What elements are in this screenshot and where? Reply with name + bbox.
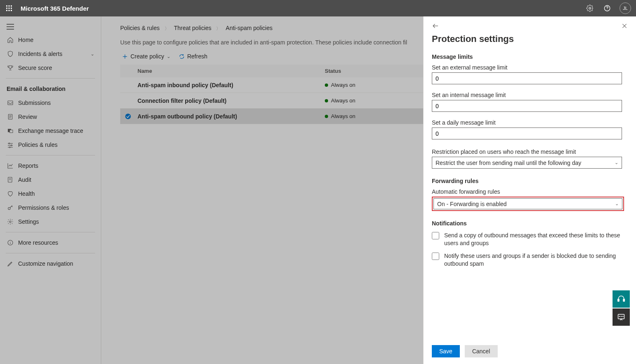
nav-permissions[interactable]: Permissions & roles (0, 201, 101, 215)
app-launcher-icon[interactable] (5, 4, 13, 12)
nav-customize[interactable]: Customize navigation (0, 257, 101, 271)
button-label: Create policy (130, 53, 164, 60)
gear-icon (7, 218, 14, 225)
chevron-down-icon: ⌄ (167, 54, 170, 59)
create-policy-button[interactable]: Create policy ⌄ (122, 53, 170, 60)
svg-point-9 (589, 7, 591, 9)
nav-review[interactable]: Review (0, 110, 101, 124)
nav-divider (6, 232, 95, 232)
svg-rect-42 (618, 299, 619, 301)
auto-forward-select[interactable]: On - Forwarding is enabled ⌄ (433, 198, 622, 209)
internal-limit-input[interactable] (432, 100, 622, 112)
trophy-icon (7, 65, 14, 71)
select-value: On - Forwarding is enabled (437, 201, 507, 207)
nav-policies[interactable]: Policies & rules (0, 138, 101, 152)
nav-exchange-trace[interactable]: Exchange message trace (0, 124, 101, 138)
svg-point-27 (9, 147, 10, 148)
app-title: Microsoft 365 Defender (21, 5, 89, 12)
plus-icon (122, 53, 128, 60)
button-label: Refresh (187, 53, 207, 60)
restriction-label: Restriction placed on users who reach th… (432, 148, 628, 155)
chevron-right-icon: 〉 (165, 26, 169, 31)
breadcrumb-item[interactable]: Threat policies (174, 25, 211, 31)
breadcrumb-item[interactable]: Policies & rules (120, 25, 160, 31)
nav-more-resources[interactable]: More resources (0, 236, 101, 250)
daily-limit-input[interactable] (432, 128, 622, 139)
column-header-name[interactable]: Name (137, 68, 325, 74)
chevron-down-icon: ⌄ (91, 51, 94, 57)
section-message-limits: Message limits (432, 53, 628, 60)
svg-rect-3 (6, 8, 7, 9)
nav-label: Health (18, 190, 35, 197)
daily-limit-label: Set a daily message limit (432, 119, 628, 126)
row-status: Always on (325, 82, 382, 88)
nav-label: Permissions & roles (18, 204, 69, 211)
refresh-button[interactable]: Refresh (179, 53, 207, 60)
nav-divider (6, 253, 95, 253)
nav-health[interactable]: Health (0, 187, 101, 201)
external-limit-input[interactable] (432, 72, 622, 84)
nav-label: Policies & rules (18, 141, 58, 148)
nav-label: Review (18, 114, 37, 120)
close-button[interactable] (621, 23, 628, 29)
audit-icon (7, 176, 14, 183)
svg-point-38 (125, 114, 131, 119)
nav-label: Incidents & alerts (18, 51, 62, 57)
pencil-icon (7, 260, 14, 267)
select-value: Restrict the user from sending mail unti… (436, 160, 581, 166)
svg-rect-2 (11, 5, 12, 7)
svg-point-11 (607, 9, 607, 10)
row-name: Anti-spam outbound policy (Default) (137, 113, 325, 120)
nav-incidents[interactable]: Incidents & alerts ⌄ (0, 47, 101, 61)
nav-label: More resources (18, 239, 58, 246)
heart-icon (7, 190, 14, 197)
svg-rect-21 (10, 130, 13, 133)
section-forwarding: Forwarding rules (432, 178, 628, 184)
user-avatar[interactable]: JL (620, 2, 631, 14)
breadcrumb-item[interactable]: Anti-spam policies (226, 25, 273, 31)
chart-icon (7, 162, 14, 169)
settings-icon[interactable] (585, 3, 595, 13)
nav-submissions[interactable]: Submissions (0, 96, 101, 110)
notify-blocked-checkbox[interactable] (432, 253, 439, 260)
sliders-icon (7, 141, 14, 148)
svg-point-32 (9, 221, 11, 223)
svg-point-23 (9, 143, 10, 144)
nav-reports[interactable]: Reports (0, 159, 101, 173)
nav-label: Customize navigation (18, 260, 73, 267)
nav-divider (6, 155, 95, 155)
nav-label: Audit (18, 176, 31, 183)
status-dot-icon (325, 83, 328, 87)
row-status: Always on (325, 97, 382, 104)
auto-forward-label: Automatic forwarding rules (432, 188, 628, 195)
notify-copy-checkbox[interactable] (432, 232, 439, 239)
help-icon[interactable] (602, 3, 612, 13)
support-button[interactable] (613, 290, 630, 308)
internal-limit-label: Set an internal message limit (432, 92, 628, 98)
nav-toggle[interactable] (0, 21, 101, 33)
column-header-status[interactable]: Status (325, 68, 374, 74)
status-dot-icon (325, 99, 328, 102)
cancel-button[interactable]: Cancel (465, 345, 498, 357)
nav-section-email: Email & collaboration (0, 82, 101, 96)
nav-label: Secure score (18, 65, 52, 71)
nav-label: Submissions (18, 100, 51, 106)
svg-point-31 (8, 207, 10, 209)
auto-forward-highlight: On - Forwarding is enabled ⌄ (432, 197, 624, 211)
nav-label: Settings (18, 218, 39, 225)
floating-actions (613, 290, 630, 326)
feedback-button[interactable] (613, 308, 630, 326)
back-button[interactable] (432, 22, 439, 30)
row-name: Connection filter policy (Default) (137, 97, 325, 104)
save-button[interactable]: Save (432, 345, 460, 357)
nav-label: Exchange message trace (18, 128, 83, 134)
nav-home[interactable]: Home (0, 33, 101, 47)
nav-secure-score[interactable]: Secure score (0, 61, 101, 75)
svg-rect-43 (623, 299, 624, 301)
nav-settings[interactable]: Settings (0, 215, 101, 229)
nav-audit[interactable]: Audit (0, 173, 101, 187)
nav-label: Reports (18, 162, 38, 169)
section-notifications: Notifications (432, 220, 628, 227)
restriction-select[interactable]: Restrict the user from sending mail unti… (432, 157, 622, 169)
shield-icon (7, 51, 14, 57)
